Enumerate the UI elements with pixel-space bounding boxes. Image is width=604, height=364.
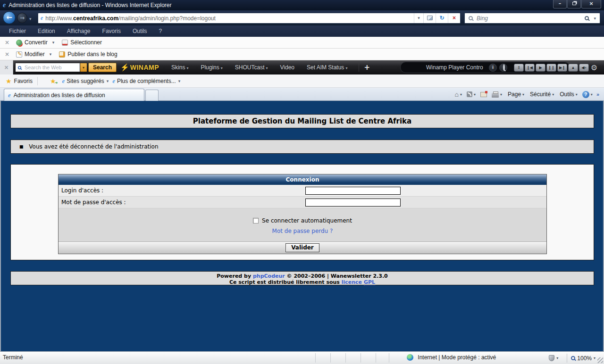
more-addons-button[interactable]: Plus de compléments... — [117, 78, 176, 84]
menu-edition[interactable]: Edition — [35, 27, 58, 35]
publish-blog-icon — [59, 51, 65, 58]
chevron-down-icon[interactable]: ▾ — [474, 92, 476, 97]
compatibility-view-button[interactable] — [423, 13, 436, 23]
tools-menu-button[interactable]: Outils — [560, 91, 574, 98]
licence-link[interactable]: licence — [342, 279, 362, 285]
help-icon[interactable]: ? — [582, 91, 589, 98]
read-mail-icon[interactable] — [480, 92, 487, 97]
winamp-add-button[interactable]: + — [359, 63, 375, 72]
winamp-brand[interactable]: ⚡ WINAMP — [120, 63, 159, 72]
edit-button[interactable]: Modifier — [25, 51, 45, 58]
search-options-icon[interactable]: ▾ — [594, 16, 596, 21]
info-button[interactable]: i — [489, 64, 497, 72]
add-favorite-icon[interactable]: ★ — [50, 77, 56, 85]
search-input[interactable] — [477, 15, 585, 22]
winamp-menu-skins[interactable]: Skins▾ — [171, 64, 188, 71]
url-text[interactable]: http://www.centreafrika.com/mailing/admi… — [45, 15, 414, 22]
select-button[interactable]: Sélectionner — [70, 39, 102, 46]
password-label: Mot de passe d'accès : — [59, 199, 305, 206]
history-dropdown-icon[interactable]: ▾ — [29, 17, 32, 21]
zoom-icon[interactable] — [571, 356, 575, 360]
winamp-search-dropdown-icon[interactable]: ▾ — [80, 63, 87, 72]
edit-dropdown-icon[interactable]: ▾ — [50, 52, 52, 57]
winamp-search-icon — [18, 66, 21, 69]
chevron-down-icon[interactable]: ▾ — [460, 92, 462, 97]
zoom-level[interactable]: 100% — [577, 355, 592, 362]
winamp-menu-video[interactable]: Video — [280, 64, 294, 71]
login-input[interactable] — [305, 187, 401, 195]
chevron-down-icon[interactable]: ▾ — [107, 79, 109, 83]
minimize-button[interactable]: – — [553, 0, 567, 8]
volume-updown-button[interactable]: ⇕ — [514, 64, 524, 72]
chevron-down-icon[interactable]: ▾ — [500, 92, 502, 97]
phpcodeur-link[interactable]: phpCodeur — [253, 273, 285, 279]
menu-aide[interactable]: ? — [156, 27, 165, 35]
chevron-down-icon[interactable]: ▾ — [556, 356, 558, 360]
menu-outils[interactable]: Outils — [130, 27, 150, 35]
divider — [389, 353, 389, 363]
refresh-button[interactable]: ↻ — [436, 13, 448, 23]
winamp-player-label: Winamp Player Contro — [426, 64, 487, 71]
search-go-icon[interactable] — [585, 16, 589, 20]
privacy-shield-icon[interactable] — [549, 355, 554, 361]
new-tab-button[interactable] — [145, 90, 159, 101]
title-bar: e Administration des listes de diffusion… — [0, 0, 604, 10]
copyright-text: © 2002–2006 | Wanewsletter 2.3.0 — [285, 273, 388, 279]
resize-grip[interactable] — [597, 357, 603, 363]
tab-active[interactable]: e Administration des listes de diffusion — [4, 89, 144, 101]
chevron-down-icon: ▾ — [221, 66, 223, 70]
home-icon[interactable]: ⌂ — [455, 91, 459, 98]
menu-favoris[interactable]: Favoris — [100, 27, 124, 35]
toolbar2-close-button[interactable]: × — [5, 51, 9, 58]
play-button[interactable]: ▶ — [536, 64, 545, 72]
address-bar[interactable]: e http://www.centreafrika.com/mailing/ad… — [38, 13, 461, 24]
security-menu-button[interactable]: Sécurité — [530, 91, 551, 98]
print-icon[interactable] — [492, 93, 499, 98]
chevron-down-icon[interactable]: ▾ — [591, 92, 593, 97]
toolbar1-close-button[interactable]: × — [5, 39, 9, 46]
favorites-button[interactable]: Favoris — [14, 78, 33, 84]
divider — [567, 354, 567, 363]
gpl-link[interactable]: GPL — [364, 279, 375, 286]
convert-button[interactable]: Convertir — [25, 39, 48, 46]
convert-dropdown-icon[interactable]: ▾ — [52, 40, 55, 45]
toolbar-overflow-icon[interactable]: » — [596, 91, 599, 97]
chevron-down-icon[interactable]: ▾ — [594, 356, 596, 360]
winamp-menu-aim-status[interactable]: Set AIM Status▾ — [307, 64, 347, 71]
chevron-down-icon[interactable]: ▾ — [178, 79, 181, 83]
next-track-button[interactable]: ▶❙ — [557, 64, 567, 72]
close-button[interactable]: × — [581, 0, 601, 8]
compatibility-icon — [427, 16, 433, 20]
menu-affichage[interactable]: Affichage — [64, 27, 93, 35]
password-input[interactable] — [305, 199, 401, 207]
stop-button[interactable]: × — [448, 13, 460, 23]
rss-feed-icon[interactable] — [467, 91, 472, 97]
submit-button[interactable]: Valider — [285, 243, 319, 252]
pause-button[interactable]: ❙❙ — [546, 64, 556, 72]
volume-button[interactable]: ◀» — [579, 64, 589, 72]
address-dropdown-icon[interactable]: ▾ — [414, 13, 423, 23]
menu-fichier[interactable]: Fichier — [6, 27, 29, 35]
restore-button[interactable] — [567, 0, 581, 8]
winamp-toolbar-close-button[interactable]: × — [0, 60, 13, 74]
back-button[interactable]: ← — [3, 11, 16, 24]
winamp-menu-plugins[interactable]: Plugins▾ — [201, 64, 222, 71]
search-box[interactable]: ▾ — [464, 13, 600, 24]
winamp-search-input[interactable] — [25, 65, 72, 70]
eject-button[interactable]: ▲ — [568, 64, 578, 72]
forward-button[interactable]: → — [17, 13, 27, 23]
player-search-button[interactable] — [499, 64, 507, 72]
remember-label: Se connecter automatiquement — [262, 217, 352, 224]
page-menu-button[interactable]: Page — [508, 91, 521, 98]
forgot-password-link[interactable]: Mot de passe perdu ? — [272, 228, 333, 234]
publish-blog-button[interactable]: Publier dans le blog — [67, 51, 117, 58]
winamp-search-button[interactable]: Search — [88, 63, 117, 72]
remember-checkbox[interactable] — [253, 218, 259, 223]
winamp-settings-gear-icon[interactable]: ⚙ — [591, 63, 597, 72]
tab-strip: e Administration des listes de diffusion… — [0, 88, 604, 101]
suggested-sites-button[interactable]: Sites suggérés — [67, 78, 104, 84]
winamp-menu-shoutcast[interactable]: SHOUTcast▾ — [235, 64, 268, 71]
winamp-search-box[interactable] — [15, 63, 80, 72]
divider — [361, 353, 361, 363]
previous-track-button[interactable]: ❙◀ — [525, 64, 535, 72]
